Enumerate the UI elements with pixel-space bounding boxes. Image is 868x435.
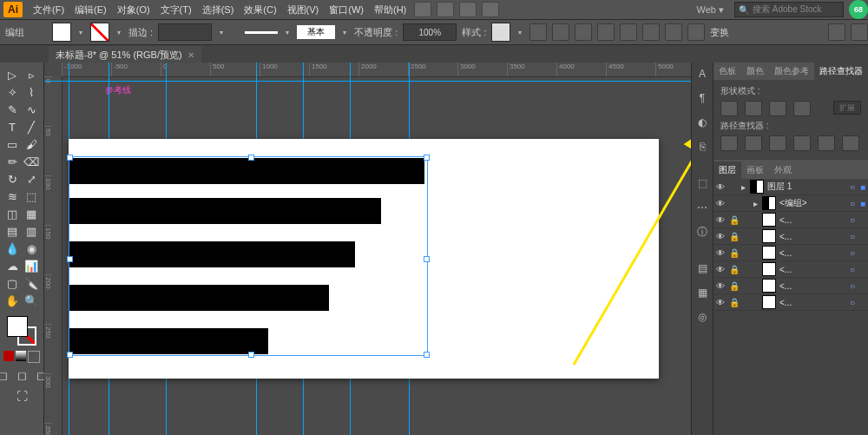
none-mode-icon[interactable] xyxy=(28,351,40,363)
lock-toggle[interactable]: 🔒 xyxy=(727,232,741,241)
isolate-icon[interactable] xyxy=(828,23,845,41)
layer-name[interactable]: <... xyxy=(779,215,847,225)
menu-object[interactable]: 对象(O) xyxy=(112,2,155,18)
layer-name[interactable]: 图层 1 xyxy=(767,181,847,193)
paragraph-panel-icon[interactable]: ¶ xyxy=(694,90,710,106)
symbol-tool[interactable]: ☁ xyxy=(3,257,21,274)
visibility-toggle[interactable]: 👁 xyxy=(713,199,727,208)
stroke-dropdown-icon[interactable]: ▾ xyxy=(115,26,123,38)
style-dd[interactable]: ▾ xyxy=(516,26,524,38)
tab-appearance[interactable]: 外观 xyxy=(769,161,797,179)
layer-row[interactable]: 👁🔒<...○ xyxy=(713,278,868,294)
fill-dropdown-icon[interactable]: ▾ xyxy=(76,26,85,38)
visibility-toggle[interactable]: 👁 xyxy=(713,182,727,192)
align-r-icon[interactable] xyxy=(597,23,615,41)
color-panel-icon[interactable]: ⬚ xyxy=(694,175,710,191)
lock-toggle[interactable]: 🔒 xyxy=(727,248,741,258)
expand-toggle-icon[interactable]: ▸ xyxy=(753,199,762,208)
color-mode-icon[interactable] xyxy=(3,351,14,361)
brush-basic[interactable]: 基本 xyxy=(297,25,335,39)
slice-tool[interactable]: 🔪 xyxy=(23,274,40,292)
align-c-icon[interactable] xyxy=(575,23,592,41)
bridge-icon[interactable] xyxy=(414,2,431,17)
menu-effect[interactable]: 效果(C) xyxy=(239,2,281,18)
stroke-swatch[interactable] xyxy=(90,23,109,42)
layer-name[interactable]: <... xyxy=(779,281,847,291)
layer-row[interactable]: 👁🔒<...○ xyxy=(713,261,868,278)
expand-toggle-icon[interactable]: ▸ xyxy=(741,182,750,192)
selection-tool[interactable]: ▷ xyxy=(3,66,21,83)
swatches-panel-icon[interactable]: ◎ xyxy=(694,309,710,325)
lasso-tool[interactable]: ⌇ xyxy=(23,83,40,101)
intersect-icon[interactable] xyxy=(769,101,786,116)
line-tool[interactable]: ╱ xyxy=(23,118,40,135)
minus-back-icon[interactable] xyxy=(842,135,859,151)
layer-row[interactable]: 👁🔒<...○ xyxy=(713,245,868,261)
stroke-profile-dd[interactable]: ▾ xyxy=(283,26,292,38)
align-m-icon[interactable] xyxy=(642,23,660,41)
divide-icon[interactable] xyxy=(720,135,738,151)
menu-window[interactable]: 窗口(W) xyxy=(324,2,369,18)
align-t-icon[interactable] xyxy=(620,23,637,41)
mesh-tool[interactable]: ▤ xyxy=(3,222,21,240)
scale-tool[interactable]: ⤢ xyxy=(23,170,40,188)
layer-row[interactable]: 👁🔒<...○ xyxy=(713,212,868,228)
shape-builder-tool[interactable]: ◫ xyxy=(3,205,21,222)
screen-mode-icon[interactable]: ⛶ xyxy=(13,387,30,405)
hand-tool[interactable]: ✋ xyxy=(3,292,21,309)
user-avatar[interactable]: 68 xyxy=(849,0,868,19)
distribute-icon[interactable] xyxy=(687,23,705,41)
fill-stroke-control[interactable] xyxy=(7,316,36,346)
opt-more-icon[interactable] xyxy=(851,23,868,41)
visibility-toggle[interactable]: 👁 xyxy=(713,215,727,225)
menu-file[interactable]: 文件(F) xyxy=(28,2,69,18)
draw-normal-icon[interactable]: ◻ xyxy=(0,366,11,384)
visibility-toggle[interactable]: 👁 xyxy=(713,232,727,241)
magic-wand-tool[interactable]: ✧ xyxy=(3,83,21,101)
info-panel-icon[interactable]: ⓘ xyxy=(694,224,710,240)
blend-tool[interactable]: ◉ xyxy=(23,240,40,257)
guide-line[interactable] xyxy=(44,81,691,82)
target-icon[interactable]: ○ xyxy=(847,298,858,307)
layer-name[interactable]: <... xyxy=(779,248,847,258)
visibility-toggle[interactable]: 👁 xyxy=(713,281,727,291)
crop-icon[interactable] xyxy=(793,135,811,151)
brush-dd[interactable]: ▾ xyxy=(340,26,349,38)
canvas[interactable]: -1000-5000500100015002000250030003500400… xyxy=(44,63,691,435)
gpu-icon[interactable] xyxy=(482,2,499,17)
unite-icon[interactable] xyxy=(720,101,738,116)
lock-toggle[interactable]: 🔒 xyxy=(727,265,741,274)
target-icon[interactable]: ○ xyxy=(847,248,858,258)
fill-swatch[interactable] xyxy=(52,23,71,42)
menu-help[interactable]: 帮助(H) xyxy=(369,2,411,18)
layer-row[interactable]: 👁▸图层 1○■ xyxy=(713,179,868,195)
target-icon[interactable]: ○ xyxy=(847,232,858,241)
target-icon[interactable]: ○ xyxy=(847,281,858,291)
tab-color[interactable]: 颜色 xyxy=(741,63,769,80)
minus-front-icon[interactable] xyxy=(745,101,762,116)
stock-icon[interactable] xyxy=(459,2,477,17)
tab-swatches[interactable]: 色板 xyxy=(713,63,741,80)
menu-select[interactable]: 选择(S) xyxy=(197,2,240,18)
trim-icon[interactable] xyxy=(745,135,762,151)
lock-toggle[interactable]: 🔒 xyxy=(727,298,741,307)
layer-name[interactable]: <编组> xyxy=(779,197,847,209)
graph-tool[interactable]: 📊 xyxy=(23,257,40,274)
curvature-tool[interactable]: ∿ xyxy=(23,101,40,118)
eyedropper-tool[interactable]: 💧 xyxy=(3,240,21,257)
draw-behind-icon[interactable]: ◻ xyxy=(13,366,30,384)
library-panel-icon[interactable]: ▤ xyxy=(694,260,710,276)
tab-layers[interactable]: 图层 xyxy=(713,161,741,179)
layer-name[interactable]: <... xyxy=(779,265,847,274)
align-l-icon[interactable] xyxy=(552,23,569,41)
style-swatch[interactable] xyxy=(491,23,510,42)
target-icon[interactable]: ○ xyxy=(847,215,858,225)
gradient-tool[interactable]: ▥ xyxy=(23,222,40,240)
stroke-profile[interactable] xyxy=(245,31,278,34)
recolor-icon[interactable] xyxy=(529,23,547,41)
menu-edit[interactable]: 编辑(E) xyxy=(69,2,112,18)
type-panel-icon[interactable]: A xyxy=(694,66,710,82)
visibility-toggle[interactable]: 👁 xyxy=(713,248,727,258)
menu-view[interactable]: 视图(V) xyxy=(282,2,325,18)
workspace-switcher[interactable]: Web ▾ xyxy=(697,4,724,16)
